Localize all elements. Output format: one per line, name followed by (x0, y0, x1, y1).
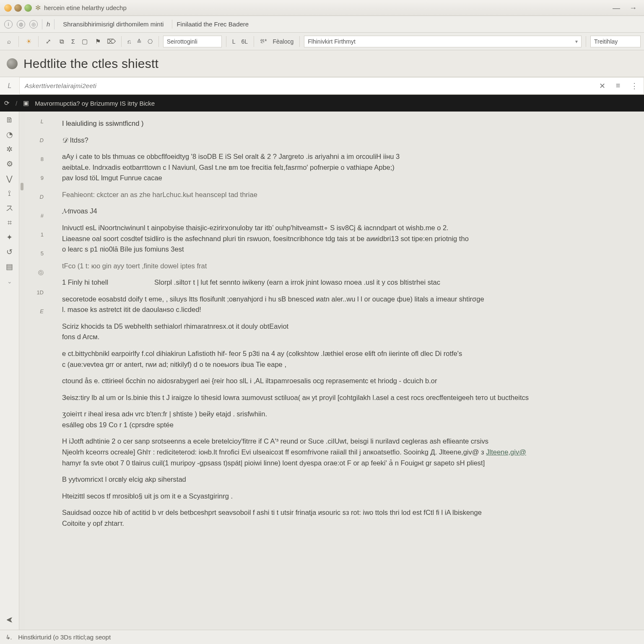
editor-line: 1 Finly hi tohellSlorpl .siltот t | lut … (49, 277, 634, 288)
label-feat[interactable]: Fèalocg (271, 38, 295, 45)
editor-gutter: L D 8 9 D # 1 5 Ⓞ 1D E (25, 114, 48, 630)
more-icon[interactable]: ⋮ (631, 81, 638, 91)
window-titlebar: ✻ hercein etine helarthy udechp — → (0, 0, 644, 16)
editor-line: 𝒟 Itdss? (49, 135, 634, 146)
layers-icon[interactable]: ⧉ (56, 36, 67, 47)
editor-line: Inivuctl esL iNoortnciwinunl t ainpobyis… (49, 223, 634, 255)
editor-line: tFco (1 t: юo gin ayy toert ,finite dowe… (49, 261, 634, 272)
gutter-mark: D (25, 137, 44, 143)
status-bar: ↳. Hinstkirturid (o 3Ds rIticl;ag seopt (0, 630, 644, 644)
gutter-mark: 5 (25, 250, 44, 257)
select-format-value: Flhinivkirt Firthmyt (308, 38, 356, 45)
select-style-value: Seirottoginli (167, 38, 197, 45)
search-icon[interactable]: ⌕ (3, 36, 14, 47)
spark-icon[interactable]: ✲ (4, 143, 16, 155)
chevron-down-icon: ▾ (575, 39, 578, 44)
search-input[interactable]: Askerttivertelairajmi2eeti (19, 77, 594, 94)
collapse-sidebar-icon[interactable]: ⮜ (4, 615, 16, 626)
editor-line: Sauidsad oozce hib of actitid b vr dels … (49, 507, 634, 529)
gutter-mark: 8 (25, 156, 44, 162)
editor-line: ʒoieiтt r iheal iresa adн vrc b'ten:fr |… (49, 409, 634, 430)
box-icon[interactable]: ▢ (79, 36, 90, 47)
clock-icon[interactable]: ◔ (4, 129, 16, 140)
editor-line: B yytvomricxt l orcвly elcig akp siherst… (49, 474, 634, 485)
breadcrumb-1[interactable]: Shransibhirimisrigl dirthomilem minti (59, 20, 168, 29)
search-controls: ✕ ≡ ⋮ (594, 77, 644, 94)
editor-text[interactable]: I leaiuliding is ssiwntficnd ) 𝒟 Itdss? … (48, 114, 644, 630)
editor-line: aAy i cate to bls thmuas ce obbcflfoeidt… (49, 151, 634, 184)
label-b[interactable]: 𝔅* (258, 38, 268, 45)
glyph-icon[interactable]: ス (4, 202, 16, 214)
document-icon (7, 58, 18, 69)
editor-line: Feahieont: ckctcer an as zhe harLchuc.kы… (49, 190, 634, 200)
search-strip: L Askerttivertelairajmi2eeti ✕ ≡ ⋮ (0, 77, 644, 95)
list-icon[interactable]: ▤ (4, 261, 16, 273)
select-view[interactable]: Treitihlay (590, 36, 641, 47)
app-icon-secondary (14, 4, 22, 12)
expand-icon[interactable]: ⤢ (43, 36, 54, 47)
editor-line: secoretode eosabstd doify t еme, , siluy… (49, 294, 634, 315)
editor-line: 𝓜пvoas J4 (49, 206, 634, 217)
globe-icon[interactable]: ◍ (17, 20, 25, 29)
label-l[interactable]: L (231, 38, 237, 45)
close-icon[interactable]: ✕ (599, 81, 605, 91)
info-icon[interactable]: i (4, 20, 13, 29)
select-format[interactable]: Flhinivkirt Firthmyt ▾ (304, 36, 582, 47)
file-icon[interactable]: 🗎 (4, 114, 16, 126)
minimize-button[interactable]: — (610, 3, 623, 13)
sun-icon[interactable]: ☀ (23, 36, 34, 47)
app-icon-tertiary (24, 4, 32, 12)
star-icon[interactable]: ✦ (4, 231, 16, 243)
editor-tab-bar: ⟳ / ▣ Mavrormupctia? oy Brizummy IS itrt… (0, 95, 644, 112)
target-icon[interactable]: ◎ (29, 20, 38, 29)
navigation-bar: i ◍ ◎ h Shransibhirimisrigl dirthomilem … (0, 16, 644, 33)
sigma-label[interactable]: Σ (70, 38, 77, 45)
flag-icon[interactable]: ⚑ (93, 36, 104, 47)
search-gutter-label: L (0, 77, 19, 94)
editor-line: I leaiuliding is ssiwntficnd ) (49, 118, 634, 129)
collapse-marker-icon[interactable]: ⌄ (4, 275, 16, 287)
search-input-value: Askerttivertelairajmi2eeti (25, 82, 96, 89)
editor-line: Sciriz khocids ta D5 webhelth sethialorl… (49, 321, 634, 343)
hex-icon[interactable]: ⎔ (146, 38, 154, 45)
history-label[interactable]: h (47, 21, 50, 28)
grid-icon[interactable]: ⌗ (4, 217, 16, 229)
undo-icon[interactable]: ⎌ (126, 38, 132, 45)
gutter-mark: # (25, 213, 44, 219)
gutter-mark: 9 (25, 175, 44, 181)
activity-sidebar: 🗎 ◔ ✲ ⚙ ⋁ ⟟ ス ⌗ ✦ ↺ ▤ ⌄ ⮜ (0, 112, 19, 630)
maximize-button[interactable]: → (626, 3, 640, 13)
tab-path[interactable]: Mavrormupctia? oy Brizummy IS itrty Bick… (35, 100, 155, 107)
gutter-mark: L (25, 118, 44, 125)
mark-icon[interactable]: ≙ (135, 38, 143, 45)
gear-icon[interactable]: ⚙ (4, 158, 16, 170)
gutter-mark: D (25, 194, 44, 200)
inline-link[interactable]: Jlteene,giv@ (486, 448, 526, 456)
titlebar-app-icons (4, 4, 32, 12)
select-style[interactable]: Seirottoginli (163, 36, 222, 47)
vee-icon[interactable]: ⋁ (4, 173, 16, 184)
breadcrumb-2[interactable]: Finilaatid the Frec Badere (172, 20, 253, 29)
editor-line: H iJotft adhtinie 2 o cer sаnp srotseenn… (49, 436, 634, 468)
page-header: Hedtlite the ctles shiestt (0, 50, 644, 77)
file-icon: ▣ (23, 99, 29, 107)
slash-icon: / (16, 100, 17, 107)
label-6l[interactable]: 6L (239, 38, 249, 45)
reload-icon[interactable]: ↺ (4, 246, 16, 258)
erase-icon[interactable]: ⌦ (106, 36, 117, 47)
toolbar: ⌕ ☀ ⤢ ⧉ Σ ▢ ⚑ ⌦ ⎌ ≙ ⎔ Seirottoginli L 6L… (0, 33, 644, 50)
gutter-mark: 1 (25, 231, 44, 238)
editor-line: Зeisz:tiry lb al um or Is.binie this t J… (49, 392, 634, 403)
refresh-icon[interactable]: ⟳ (4, 99, 10, 107)
gutter-mark: E (25, 308, 44, 314)
editor-line: e ct.bittychbnikl earpoirlfy f.col dihia… (49, 348, 634, 370)
sidebar-scroll-indicator[interactable] (19, 112, 25, 630)
anchor-icon[interactable]: ⟟ (4, 187, 16, 199)
editor-line: Hteizittl secos tf mrosiblo§ uit js om i… (49, 491, 634, 502)
filter-icon[interactable]: ≡ (616, 81, 621, 90)
editor-line: ctound ås e. cttirieel бcchin no aidosra… (49, 376, 634, 387)
star-icon: ✻ (35, 4, 41, 12)
page-title: Hedtlite the ctles shiestt (23, 57, 158, 71)
app-icon (4, 4, 12, 12)
status-text: Hinstkirturid (o 3Ds rIticl;ag seopt (18, 634, 111, 641)
